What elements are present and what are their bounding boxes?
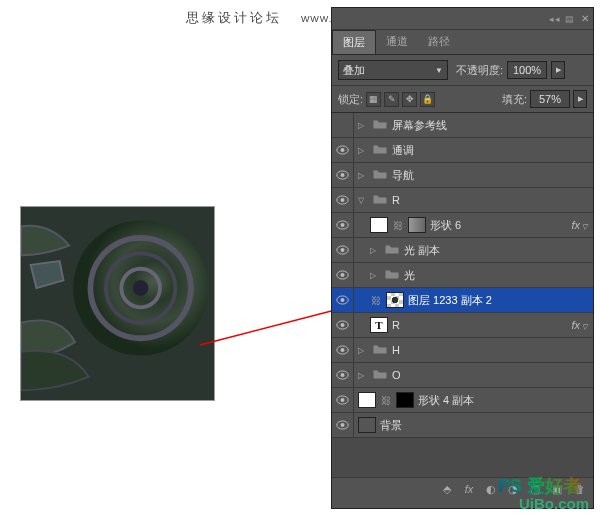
visibility-toggle[interactable] <box>332 163 354 187</box>
disclosure-triangle[interactable]: ▽ <box>358 196 368 205</box>
panel-titlebar[interactable]: ◂◂ ▤ ✕ <box>332 8 593 30</box>
layer-row[interactable]: ⛓形状 6fx▽ <box>332 213 593 238</box>
panel-tabs: 图层 通道 路径 <box>332 30 593 55</box>
link-icon: ⛓ <box>393 220 403 231</box>
visibility-toggle[interactable] <box>332 338 354 362</box>
visibility-toggle[interactable] <box>332 188 354 212</box>
disclosure-triangle[interactable]: ▷ <box>358 371 368 380</box>
disclosure-triangle[interactable]: ▷ <box>370 271 380 280</box>
layer-thumbnail[interactable]: T <box>370 317 388 333</box>
layer-row[interactable]: ⛓形状 4 副本 <box>332 388 593 413</box>
layer-name: R <box>392 194 400 206</box>
tab-layers[interactable]: 图层 <box>332 30 376 54</box>
disclosure-triangle[interactable]: ▷ <box>358 171 368 180</box>
folder-icon <box>372 143 388 157</box>
layer-name: R <box>392 319 400 331</box>
svg-point-15 <box>340 198 344 202</box>
disclosure-triangle[interactable]: ▷ <box>358 121 368 130</box>
disclosure-triangle[interactable]: ▷ <box>358 146 368 155</box>
fill-flyout[interactable]: ▶ <box>573 90 587 108</box>
layer-row[interactable]: ▷光 <box>332 263 593 288</box>
fill-input[interactable]: 57% <box>530 90 570 108</box>
tab-paths[interactable]: 路径 <box>418 30 460 54</box>
tab-channels[interactable]: 通道 <box>376 30 418 54</box>
preview-image <box>20 206 215 401</box>
svg-point-29 <box>340 373 344 377</box>
layer-thumbnail[interactable] <box>358 392 376 408</box>
visibility-toggle[interactable] <box>332 138 354 162</box>
fx-indicator[interactable]: fx▽ <box>571 319 587 331</box>
mask-icon[interactable]: ◐ <box>483 482 499 496</box>
layers-empty-area[interactable] <box>332 438 593 478</box>
layer-name: 形状 4 副本 <box>418 393 474 408</box>
layer-thumbnail[interactable] <box>408 217 426 233</box>
visibility-toggle[interactable] <box>332 413 354 437</box>
layer-row[interactable]: ▽R <box>332 188 593 213</box>
lock-move-icon[interactable]: ✥ <box>402 92 417 107</box>
fx-icon[interactable]: fx <box>461 482 477 496</box>
link-icon: ⛓ <box>381 395 391 406</box>
layer-name: 图层 1233 副本 2 <box>408 293 492 308</box>
close-icon[interactable]: ✕ <box>581 13 589 24</box>
visibility-toggle[interactable] <box>332 263 354 287</box>
layer-thumbnail[interactable] <box>386 292 404 308</box>
blend-mode-select[interactable]: 叠加 ▼ <box>338 60 448 80</box>
layer-row[interactable]: 背景 <box>332 413 593 438</box>
layer-name: 导航 <box>392 168 414 183</box>
opacity-flyout[interactable]: ▶ <box>551 61 565 79</box>
visibility-toggle[interactable] <box>332 363 354 387</box>
svg-point-19 <box>340 248 344 252</box>
layer-name: 形状 6 <box>430 218 461 233</box>
svg-point-23 <box>340 298 344 302</box>
layer-thumbnail[interactable] <box>370 217 388 233</box>
lock-label: 锁定: <box>338 92 363 107</box>
layer-row[interactable]: ⛓图层 1233 副本 2 <box>332 288 593 313</box>
watermark-url: UiBo.com <box>519 495 589 512</box>
visibility-toggle[interactable] <box>332 313 354 337</box>
svg-point-5 <box>133 280 148 295</box>
svg-point-33 <box>340 423 344 427</box>
layer-row[interactable]: ▷光 副本 <box>332 238 593 263</box>
lock-all-icon[interactable]: 🔒 <box>420 92 435 107</box>
folder-icon <box>384 268 400 282</box>
blend-row: 叠加 ▼ 不透明度: 100% ▶ <box>332 55 593 86</box>
layer-thumbnail[interactable] <box>358 417 376 433</box>
layers-panel: ◂◂ ▤ ✕ 图层 通道 路径 叠加 ▼ 不透明度: 100% ▶ 锁定: ▦ … <box>331 7 594 509</box>
layers-list: ▷屏幕参考线▷通调▷导航▽R⛓形状 6fx▽▷光 副本▷光⛓图层 1233 副本… <box>332 113 593 438</box>
link-layers-icon[interactable]: ⬘ <box>439 482 455 496</box>
lock-transparency-icon[interactable]: ▦ <box>366 92 381 107</box>
layer-row[interactable]: ▷通调 <box>332 138 593 163</box>
link-icon: ⛓ <box>371 295 381 306</box>
layer-row[interactable]: TRfx▽ <box>332 313 593 338</box>
disclosure-triangle[interactable]: ▷ <box>358 346 368 355</box>
opacity-label: 不透明度: <box>456 63 503 78</box>
folder-icon <box>384 243 400 257</box>
disclosure-triangle[interactable]: ▷ <box>370 246 380 255</box>
layer-row[interactable]: ▷H <box>332 338 593 363</box>
fx-indicator[interactable]: fx▽ <box>571 219 587 231</box>
layer-row[interactable]: ▷导航 <box>332 163 593 188</box>
visibility-toggle[interactable] <box>332 388 354 412</box>
layer-row[interactable]: ▷O <box>332 363 593 388</box>
folder-icon <box>372 193 388 207</box>
svg-point-21 <box>340 273 344 277</box>
visibility-toggle[interactable] <box>332 213 354 237</box>
layer-name: 通调 <box>392 143 414 158</box>
visibility-toggle[interactable] <box>332 238 354 262</box>
opacity-input[interactable]: 100% <box>507 61 547 79</box>
svg-point-25 <box>340 323 344 327</box>
svg-point-13 <box>340 173 344 177</box>
chevron-down-icon: ▼ <box>435 66 443 75</box>
folder-icon <box>372 368 388 382</box>
visibility-toggle[interactable] <box>332 113 354 137</box>
layer-thumbnail[interactable] <box>396 392 414 408</box>
layer-name: 背景 <box>380 418 402 433</box>
layer-name: 光 副本 <box>404 243 440 258</box>
svg-point-31 <box>340 398 344 402</box>
folder-icon <box>372 168 388 182</box>
lock-paint-icon[interactable]: ✎ <box>384 92 399 107</box>
layer-row[interactable]: ▷屏幕参考线 <box>332 113 593 138</box>
lock-row: 锁定: ▦ ✎ ✥ 🔒 填充: 57% ▶ <box>332 86 593 113</box>
panel-menu-icon[interactable]: ◂◂ ▤ <box>549 14 575 24</box>
visibility-toggle[interactable] <box>332 288 354 312</box>
